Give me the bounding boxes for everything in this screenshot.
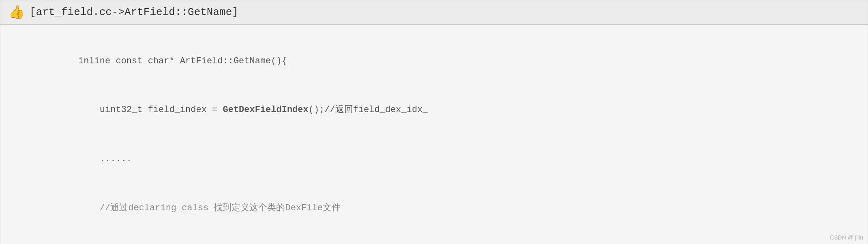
- thumb-icon: 👍: [9, 4, 25, 20]
- watermark: CSDN @ jlliu: [830, 234, 863, 241]
- code-line-2: uint32_t field_index = GetDexFieldIndex(…: [25, 86, 843, 134]
- code-block: inline const char* ArtField::GetName(){ …: [0, 25, 868, 244]
- code-line-4: //通过declaring_calss_找到定义这个类的DexFile文件: [25, 184, 843, 232]
- header-bar: 👍 [art_field.cc->ArtField::GetName]: [0, 0, 868, 25]
- code-text: uint32_t field_index = GetDexFieldIndex(…: [57, 105, 428, 115]
- func-bold: GetDexFieldIndex: [223, 105, 309, 115]
- code-line-3: ......: [25, 135, 843, 184]
- main-container: 👍 [art_field.cc->ArtField::GetName] inli…: [0, 0, 868, 244]
- code-text: inline const char* ArtField::GetName(){: [57, 56, 287, 66]
- code-text: ......: [57, 154, 132, 164]
- code-line-1: inline const char* ArtField::GetName(){: [25, 37, 843, 85]
- header-title: [art_field.cc->ArtField::GetName]: [30, 6, 238, 18]
- code-comment: //通过declaring_calss_找到定义这个类的DexFile文件: [57, 203, 341, 213]
- code-line-5: const DexFile* dex_file = GetDexFile();: [25, 233, 843, 244]
